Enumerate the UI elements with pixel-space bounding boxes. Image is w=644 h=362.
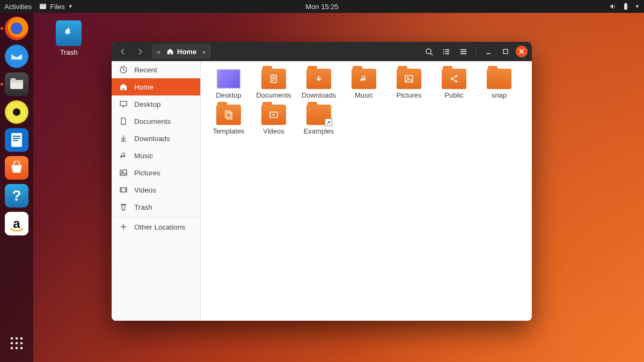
dock-software[interactable] <box>4 156 29 180</box>
folder-label: Videos <box>263 127 284 135</box>
dock: ? a <box>0 13 33 362</box>
sidebar-item-documents[interactable]: Documents <box>112 113 200 130</box>
desktop-trash-label: Trash <box>49 48 88 56</box>
svg-rect-44 <box>227 113 232 119</box>
show-apps-button[interactable] <box>4 331 29 356</box>
folder-label: Desktop <box>216 91 241 99</box>
video-icon <box>119 186 128 194</box>
files-window: ◂ Home ▸ Recent Home <box>112 42 532 321</box>
sidebar-item-videos[interactable]: Videos <box>112 181 200 198</box>
search-button[interactable] <box>422 45 436 58</box>
sidebar-item-pictures[interactable]: Pictures <box>112 164 200 181</box>
close-button[interactable] <box>516 46 528 57</box>
folder-icon <box>306 69 331 89</box>
volume-icon[interactable] <box>609 3 617 10</box>
battery-icon[interactable] <box>622 3 630 10</box>
svg-point-15 <box>16 342 18 345</box>
dock-amazon[interactable]: a <box>4 211 29 236</box>
plus-icon <box>119 223 128 231</box>
back-button[interactable] <box>116 45 130 58</box>
home-icon <box>166 48 174 55</box>
folder-icon <box>442 69 466 89</box>
minimize-button[interactable] <box>481 45 495 58</box>
folder-icon <box>261 69 286 89</box>
svg-rect-22 <box>445 49 449 50</box>
download-icon <box>119 134 128 143</box>
folder-templates[interactable]: Templates <box>206 105 251 135</box>
view-list-button[interactable] <box>439 45 453 58</box>
sidebar-item-trash[interactable]: Trash <box>112 198 200 216</box>
desktop-icon <box>119 100 128 108</box>
app-menu[interactable]: Files ▼ <box>39 3 72 11</box>
folder-icon: ↗ <box>306 105 331 125</box>
activities-button[interactable]: Activities <box>4 3 32 11</box>
sidebar-item-home[interactable]: Home <box>112 78 200 95</box>
path-next-icon[interactable]: ▸ <box>201 45 209 58</box>
sidebar-item-recent[interactable]: Recent <box>112 61 200 78</box>
path-segment-home[interactable]: Home <box>162 45 201 58</box>
svg-rect-10 <box>13 140 18 141</box>
svg-rect-3 <box>625 3 627 4</box>
folder-label: Public <box>444 91 463 99</box>
folder-label: snap <box>492 91 507 99</box>
svg-rect-43 <box>225 111 230 117</box>
folder-documents[interactable]: Documents <box>251 69 296 99</box>
hamburger-menu-button[interactable] <box>456 45 470 58</box>
folder-label: Pictures <box>397 91 422 99</box>
desktop-trash[interactable]: Trash <box>49 20 88 56</box>
path-bar[interactable]: ◂ Home ▸ <box>152 45 210 58</box>
svg-point-18 <box>16 347 18 350</box>
dock-rhythmbox[interactable] <box>4 100 29 124</box>
system-menu-chevron-icon[interactable]: ▼ <box>635 4 640 9</box>
svg-rect-21 <box>443 49 444 50</box>
svg-rect-2 <box>624 4 627 10</box>
svg-rect-29 <box>460 53 466 54</box>
folder-view[interactable]: DesktopDocumentsDownloadsMusicPicturesPu… <box>201 61 532 321</box>
folder-examples[interactable]: ↗Examples <box>296 105 341 135</box>
folder-downloads[interactable]: Downloads <box>296 69 341 99</box>
sidebar-item-downloads[interactable]: Downloads <box>112 130 200 147</box>
folder-icon <box>352 69 376 89</box>
svg-rect-28 <box>460 51 466 52</box>
folder-icon <box>397 69 421 89</box>
files-app-icon <box>39 3 47 10</box>
svg-rect-6 <box>11 78 16 80</box>
picture-icon <box>119 168 128 177</box>
folder-label: Documents <box>256 91 291 99</box>
forward-button[interactable] <box>133 45 147 58</box>
dock-firefox[interactable] <box>4 16 29 41</box>
clock[interactable]: Mon 15:25 <box>305 3 338 11</box>
sidebar-item-music[interactable]: Music <box>112 147 200 164</box>
top-panel: Activities Files ▼ Mon 15:25 ▼ <box>0 0 644 13</box>
clock-icon <box>119 65 128 74</box>
folder-icon <box>216 105 241 125</box>
titlebar[interactable]: ◂ Home ▸ <box>112 42 532 61</box>
svg-rect-24 <box>445 51 449 52</box>
svg-rect-8 <box>13 136 20 137</box>
sidebar: Recent Home Desktop Documents Downloads … <box>112 61 201 321</box>
maximize-button[interactable] <box>499 45 513 58</box>
folder-public[interactable]: Public <box>431 69 477 99</box>
path-prev-icon[interactable]: ◂ <box>154 45 162 58</box>
chevron-down-icon: ▼ <box>68 4 73 9</box>
folder-videos[interactable]: Videos <box>251 105 296 135</box>
sidebar-item-other-locations[interactable]: Other Locations <box>112 218 200 235</box>
svg-rect-23 <box>443 51 444 52</box>
sidebar-item-desktop[interactable]: Desktop <box>112 95 200 113</box>
music-icon <box>119 151 128 160</box>
folder-desktop[interactable]: Desktop <box>206 69 251 99</box>
dock-help[interactable]: ? <box>4 183 29 208</box>
folder-pictures[interactable]: Pictures <box>386 69 431 99</box>
folder-label: Templates <box>213 127 244 135</box>
svg-point-12 <box>16 337 18 340</box>
dock-writer[interactable] <box>4 128 29 152</box>
folder-label: Examples <box>303 127 334 135</box>
dock-files[interactable] <box>4 72 29 97</box>
folder-snap[interactable]: snap <box>477 69 522 99</box>
shortcut-badge-icon: ↗ <box>325 119 332 126</box>
folder-music[interactable]: Music <box>341 69 386 99</box>
svg-point-17 <box>11 347 13 350</box>
dock-thunderbird[interactable] <box>4 44 29 69</box>
svg-rect-1 <box>40 4 46 5</box>
svg-point-14 <box>11 342 13 345</box>
